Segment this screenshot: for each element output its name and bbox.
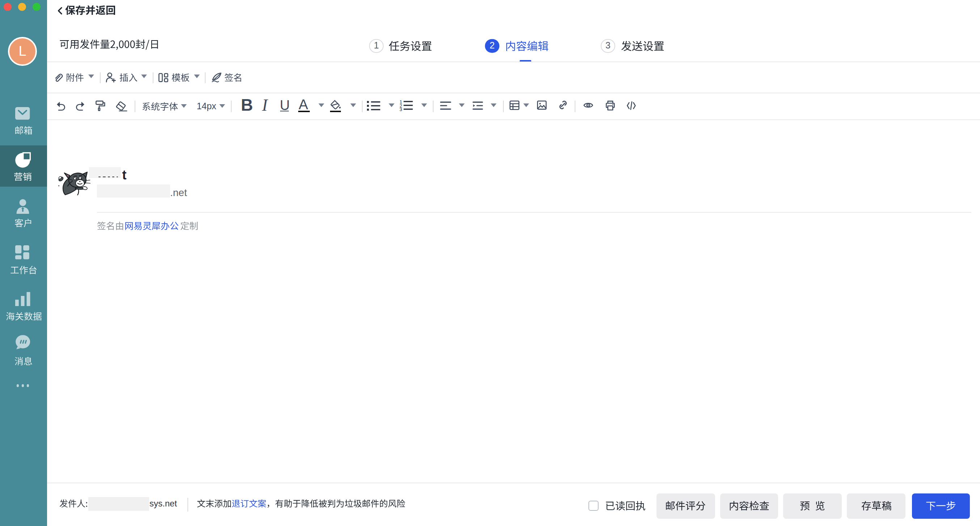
- svg-text:3: 3: [399, 107, 402, 113]
